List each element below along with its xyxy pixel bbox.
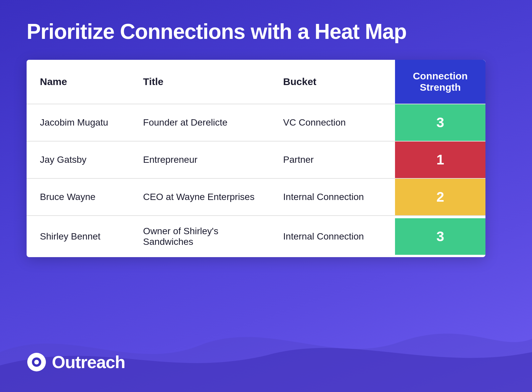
cell-bucket: Internal Connection	[270, 178, 395, 216]
table-row: Shirley BennetOwner of Shirley's Sandwic…	[27, 216, 485, 257]
page-title: Prioritize Connections with a Heat Map	[27, 20, 505, 43]
connections-table: Name Title Bucket Connection Strength Ja…	[27, 60, 485, 257]
outreach-logo-text: Outreach	[52, 352, 125, 372]
connections-table-wrapper: Name Title Bucket Connection Strength Ja…	[27, 60, 485, 257]
cell-strength: 2	[395, 178, 485, 216]
cell-name: Jacobim Mugatu	[27, 104, 130, 141]
cell-strength: 1	[395, 141, 485, 178]
cell-bucket: VC Connection	[270, 104, 395, 141]
header-bucket: Bucket	[270, 60, 395, 104]
cell-strength: 3	[395, 216, 485, 257]
cell-title: CEO at Wayne Enterprises	[130, 178, 270, 216]
svg-point-2	[34, 360, 39, 364]
cell-name: Bruce Wayne	[27, 178, 130, 216]
table-row: Bruce WayneCEO at Wayne EnterprisesInter…	[27, 178, 485, 216]
cell-title: Entrepreneur	[130, 141, 270, 178]
table-row: Jacobim MugatuFounder at DerelicteVC Con…	[27, 104, 485, 141]
header-name: Name	[27, 60, 130, 104]
header-connection-strength: Connection Strength	[395, 60, 485, 104]
cell-strength: 3	[395, 104, 485, 141]
cell-title: Founder at Derelicte	[130, 104, 270, 141]
cell-bucket: Partner	[270, 141, 395, 178]
cell-name: Shirley Bennet	[27, 216, 130, 257]
cell-bucket: Internal Connection	[270, 216, 395, 257]
header-title: Title	[130, 60, 270, 104]
table-row: Jay GatsbyEntrepreneurPartner1	[27, 141, 485, 178]
cell-title: Owner of Shirley's Sandwiches	[130, 216, 270, 257]
table-body: Jacobim MugatuFounder at DerelicteVC Con…	[27, 104, 485, 257]
cell-name: Jay Gatsby	[27, 141, 130, 178]
table-header-row: Name Title Bucket Connection Strength	[27, 60, 485, 104]
outreach-logo-icon	[27, 352, 47, 372]
footer-logo: Outreach	[27, 352, 125, 372]
page-container: Prioritize Connections with a Heat Map N…	[0, 0, 532, 277]
wave-decoration	[0, 299, 532, 392]
